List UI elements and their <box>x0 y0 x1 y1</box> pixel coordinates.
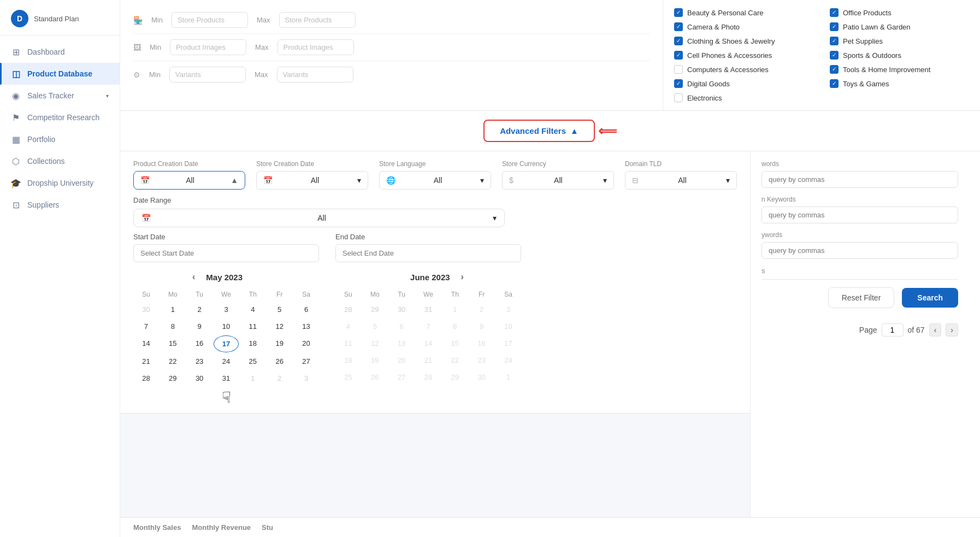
cal-day-today[interactable]: 17 <box>214 335 239 352</box>
category-cellphones-checkbox[interactable] <box>674 51 683 60</box>
category-pet[interactable]: Pet Supplies <box>830 34 969 48</box>
end-date-input[interactable] <box>335 244 521 262</box>
cal-day[interactable]: 18 <box>240 335 265 352</box>
product-database-icon: ◫ <box>11 69 21 79</box>
category-sports[interactable]: Sports & Outdoors <box>830 48 969 62</box>
sidebar-item-dashboard[interactable]: ⊞ Dashboard <box>0 41 120 63</box>
category-patio-checkbox[interactable] <box>830 22 839 31</box>
category-toys[interactable]: Toys & Games <box>830 76 969 91</box>
cal-day[interactable]: 6 <box>293 302 319 317</box>
next-page-button[interactable]: › <box>946 323 958 337</box>
cal-day[interactable]: 21 <box>133 353 159 369</box>
tag-keywords-input[interactable] <box>761 242 958 259</box>
exclude-keywords-input[interactable] <box>761 206 958 223</box>
prev-month-button[interactable]: ‹ <box>189 271 198 283</box>
cal-day[interactable]: 8 <box>160 318 186 334</box>
sidebar-item-dropship-university[interactable]: 🎓 Dropship University <box>0 172 120 194</box>
product-images-max-input[interactable] <box>278 39 354 55</box>
cal-day[interactable]: 7 <box>133 318 159 334</box>
cal-day[interactable]: 16 <box>187 335 212 352</box>
store-creation-date-select[interactable]: 📅 All ▾ <box>256 171 368 190</box>
category-cellphones[interactable]: Cell Phones & Accessories <box>674 48 813 62</box>
cal-day[interactable]: 25 <box>240 353 265 369</box>
category-camera[interactable]: Camera & Photo <box>674 20 813 34</box>
category-beauty[interactable]: Beauty & Personal Care <box>674 5 813 20</box>
category-camera-checkbox[interactable] <box>674 22 683 31</box>
store-products-min-input[interactable] <box>172 12 248 28</box>
cal-day[interactable]: 26 <box>267 353 292 369</box>
category-tools-checkbox[interactable] <box>830 65 839 74</box>
cal-day[interactable]: 10 <box>214 318 239 334</box>
store-products-max-input[interactable] <box>279 12 356 28</box>
cal-day[interactable]: 28 <box>133 370 159 386</box>
cal-day[interactable]: 9 <box>187 318 212 334</box>
category-computers[interactable]: Computers & Accessories <box>674 62 813 76</box>
sidebar-item-sales-tracker[interactable]: ◉ Sales Tracker ▾ <box>0 85 120 107</box>
start-date-input[interactable] <box>133 244 319 262</box>
category-electronics[interactable]: Electronics <box>674 91 813 105</box>
cal-day[interactable]: 31 <box>214 370 239 386</box>
category-beauty-checkbox[interactable] <box>674 8 683 17</box>
cal-day[interactable]: 15 <box>160 335 186 352</box>
cal-day[interactable]: 5 <box>267 302 292 317</box>
cal-day[interactable]: 1 <box>160 302 186 317</box>
cal-day[interactable]: 22 <box>160 353 186 369</box>
category-computers-checkbox[interactable] <box>674 65 683 74</box>
cal-day[interactable]: 1 <box>240 370 265 386</box>
cal-day[interactable]: 29 <box>160 370 186 386</box>
cal-day[interactable]: 24 <box>214 353 239 369</box>
sidebar-item-label: Collections <box>27 157 64 166</box>
cal-day[interactable]: 13 <box>293 318 319 334</box>
variants-min-input[interactable] <box>169 67 246 82</box>
search-button[interactable]: Search <box>902 288 958 308</box>
advanced-filters-button[interactable]: Advanced Filters ▲ <box>483 120 595 142</box>
next-month-button[interactable]: › <box>458 271 467 283</box>
category-tools[interactable]: Tools & Home Improvement <box>830 62 969 76</box>
reset-filter-button[interactable]: Reset Filter <box>828 287 895 308</box>
category-electronics-checkbox[interactable] <box>674 93 683 102</box>
sidebar-item-product-database[interactable]: ◫ Product Database <box>0 63 120 85</box>
cal-day[interactable]: 27 <box>293 353 319 369</box>
cal-day[interactable]: 19 <box>267 335 292 352</box>
category-patio-label: Patio Lawn & Garden <box>843 23 911 31</box>
cal-day[interactable]: 30 <box>187 370 212 386</box>
cal-day[interactable]: 14 <box>133 335 159 352</box>
title-keywords-input[interactable] <box>761 171 958 188</box>
product-creation-date-select[interactable]: 📅 All ▲ <box>133 171 245 190</box>
category-pet-checkbox[interactable] <box>830 37 839 45</box>
category-toys-checkbox[interactable] <box>830 79 839 88</box>
end-date-field: End Date <box>335 233 521 262</box>
sidebar-item-suppliers[interactable]: ⊡ Suppliers <box>0 194 120 216</box>
category-digital-checkbox[interactable] <box>674 79 683 88</box>
cal-day[interactable]: 3 <box>214 302 239 317</box>
cal-day[interactable]: 2 <box>187 302 212 317</box>
date-range-select[interactable]: 📅 All ▾ <box>133 209 505 227</box>
cal-day[interactable]: 3 <box>293 370 319 386</box>
category-patio[interactable]: Patio Lawn & Garden <box>830 20 969 34</box>
category-digital[interactable]: Digital Goods <box>674 76 813 91</box>
cal-day[interactable]: 20 <box>293 335 319 352</box>
sidebar-item-portfolio[interactable]: ▦ Portfolio <box>0 128 120 150</box>
cal-day[interactable]: 2 <box>267 370 292 386</box>
domain-tld-select[interactable]: ⊟ All ▾ <box>625 171 737 190</box>
cal-day[interactable]: 12 <box>267 318 292 334</box>
cal-day[interactable]: 11 <box>240 318 265 334</box>
variants-max-input[interactable] <box>277 67 353 82</box>
cal-day[interactable]: 4 <box>240 302 265 317</box>
sidebar-item-collections[interactable]: ⬡ Collections <box>0 150 120 172</box>
category-office[interactable]: Office Products <box>830 5 969 20</box>
sidebar-item-competitor-research[interactable]: ⚑ Competitor Research <box>0 107 120 128</box>
cal-day[interactable]: 23 <box>187 353 212 369</box>
category-clothing[interactable]: Clothing & Shoes & Jewelry <box>674 34 813 48</box>
category-sports-checkbox[interactable] <box>830 51 839 60</box>
store-currency-select[interactable]: $ All ▾ <box>502 171 614 190</box>
page-number-input[interactable] <box>882 323 904 337</box>
cal-day[interactable]: 30 <box>133 302 159 317</box>
cal-day: 19 <box>362 352 388 368</box>
category-office-checkbox[interactable] <box>830 8 839 17</box>
product-images-min-input[interactable] <box>170 39 246 55</box>
store-language-select[interactable]: 🌐 All ▾ <box>379 171 491 190</box>
end-date-label: End Date <box>335 233 521 241</box>
prev-page-button[interactable]: ‹ <box>929 323 942 337</box>
category-clothing-checkbox[interactable] <box>674 37 683 45</box>
